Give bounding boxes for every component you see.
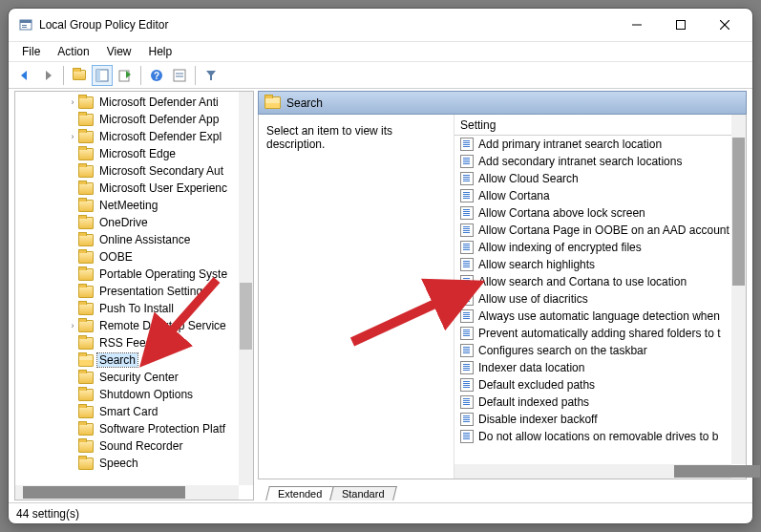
tree-item[interactable]: ›Remote Desktop Service [19,317,239,334]
chevron-right-icon[interactable]: › [67,97,78,107]
help-button[interactable]: ? [146,65,167,86]
forward-button[interactable] [37,65,58,86]
show-hide-tree-button[interactable] [92,65,113,86]
setting-row[interactable]: Allow indexing of encrypted files [454,239,731,256]
tree-item[interactable]: Portable Operating Syste [19,266,239,283]
tree-item[interactable]: OOBE [19,248,239,266]
maximize-button[interactable] [659,11,703,39]
tree-item[interactable]: OneDrive [19,214,239,231]
setting-label: Always use automatic language detection … [478,309,720,323]
tree-item[interactable]: Shutdown Options [19,386,239,403]
tree-item-label: Presentation Settings [97,285,210,298]
tree-item[interactable]: Push To Install [19,300,239,317]
tree-item-label: Remote Desktop Service [97,319,228,332]
setting-row[interactable]: Prevent automatically adding shared fold… [454,325,731,342]
close-button[interactable] [703,11,747,39]
setting-row[interactable]: Allow search and Cortana to use location [454,273,731,290]
back-button[interactable] [14,65,35,86]
menu-file[interactable]: File [14,43,48,60]
setting-row[interactable]: Allow Cortana above lock screen [454,204,731,222]
tree-item[interactable]: NetMeeting [19,197,239,214]
setting-label: Disable indexer backoff [478,413,598,426]
scrollbar-thumb[interactable] [674,465,760,478]
chevron-right-icon[interactable]: › [67,132,78,141]
minimize-button[interactable] [615,11,659,39]
tree-item-label: Smart Card [97,405,159,418]
tree-item[interactable]: Speech [19,455,239,472]
settings-horizontal-scrollbar[interactable] [454,464,731,479]
menu-help[interactable]: Help [141,43,180,60]
tree-item-label: Microsoft Defender App [97,113,221,126]
scrollbar-thumb[interactable] [240,283,252,350]
tree-item[interactable]: Online Assistance [19,231,239,248]
setting-row[interactable]: Always use automatic language detection … [454,308,731,325]
setting-row[interactable]: Do not allow locations on removable driv… [454,428,731,445]
tree-horizontal-scrollbar[interactable] [15,485,239,500]
tree-item[interactable]: Presentation Settings [19,283,239,300]
tab-standard[interactable]: Standard [330,486,397,500]
scrollbar-thumb[interactable] [732,138,745,286]
column-header-setting[interactable]: Setting [454,115,731,136]
setting-row[interactable]: Configures search on the taskbar [454,342,731,359]
titlebar[interactable]: Local Group Policy Editor [9,9,752,41]
policy-icon [460,327,474,340]
tree-vertical-scrollbar[interactable] [239,92,253,485]
setting-label: Do not allow locations on removable driv… [478,430,718,443]
tree-item[interactable]: Microsoft Edge [19,145,239,162]
details-title: Search [286,96,323,110]
tree-item[interactable]: Microsoft User Experienc [19,180,239,197]
setting-row[interactable]: Disable indexer backoff [454,411,731,428]
folder-icon [78,303,94,315]
settings-list[interactable]: Add primary intranet search locationAdd … [454,136,731,464]
setting-row[interactable]: Allow Cortana Page in OOBE on an AAD acc… [454,222,731,239]
setting-row[interactable]: Indexer data location [454,359,731,376]
export-button[interactable] [115,65,136,86]
tree-item[interactable]: Sound Recorder [19,437,239,455]
setting-label: Add primary intranet search location [478,138,662,151]
menu-view[interactable]: View [99,43,139,60]
tree-item[interactable]: Microsoft Defender App [19,111,239,128]
details-pane: Search Select an item to view its descri… [258,91,747,500]
policy-icon [460,361,474,374]
setting-row[interactable]: Allow Cloud Search [454,170,731,187]
filter-button[interactable] [201,65,222,86]
setting-row[interactable]: Allow search highlights [454,256,731,273]
tree-item-label: Microsoft Secondary Aut [97,164,225,178]
policy-icon [460,138,474,151]
app-window[interactable]: Local Group Policy Editor File Action Vi… [8,8,753,524]
scrollbar-thumb[interactable] [23,486,185,499]
menu-action[interactable]: Action [50,43,96,60]
tab-extended[interactable]: Extended [265,486,334,500]
folder-icon [78,389,94,401]
tree-item[interactable]: Microsoft Secondary Aut [19,162,239,180]
setting-row[interactable]: Allow use of diacritics [454,290,731,308]
status-text: 44 setting(s) [16,507,79,521]
setting-label: Allow search highlights [478,258,595,271]
tree-item[interactable]: Security Center [19,369,239,386]
folder-icon [78,286,94,298]
tree-item-label: Portable Operating Syste [97,267,229,281]
up-button[interactable] [69,65,90,86]
chevron-right-icon[interactable]: › [67,321,78,330]
menubar: File Action View Help [9,41,752,62]
tree-item[interactable]: Smart Card [19,403,239,420]
folder-icon [78,440,94,453]
setting-row[interactable]: Allow Cortana [454,187,731,204]
folder-icon [78,200,94,212]
setting-row[interactable]: Default indexed paths [454,394,731,411]
tree-item[interactable]: Search [19,351,239,369]
policy-icon [460,430,474,443]
tree-item[interactable]: ›Microsoft Defender Expl [19,128,239,145]
properties-button[interactable] [169,65,190,86]
setting-row[interactable]: Default excluded paths [454,376,731,394]
toolbar: ? [9,62,752,89]
tree-item[interactable]: ›Microsoft Defender Anti [19,94,239,111]
setting-row[interactable]: Add primary intranet search location [454,136,731,153]
settings-vertical-scrollbar[interactable] [731,115,746,464]
tree-pane[interactable]: ›Microsoft Defender AntiMicrosoft Defend… [14,91,254,500]
setting-label: Configures search on the taskbar [478,344,647,357]
tree-item[interactable]: RSS Feeds [19,334,239,351]
tree-item[interactable]: Software Protection Platf [19,420,239,437]
policy-icon [460,189,474,202]
setting-row[interactable]: Add secondary intranet search locations [454,153,731,170]
